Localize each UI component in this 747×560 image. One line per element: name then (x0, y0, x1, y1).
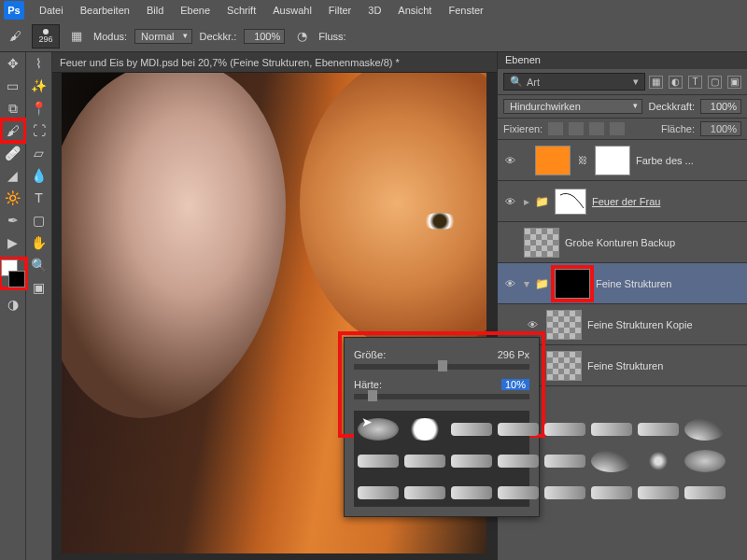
layer-group-row-selected[interactable]: 👁 ▾ 📁 Feine Strukturen (498, 263, 747, 304)
layer-mask-thumb[interactable] (595, 146, 630, 175)
zoom-tool-icon[interactable]: 🔍 (28, 255, 50, 275)
brush-preset[interactable] (684, 486, 726, 499)
color-swatches[interactable] (1, 259, 25, 287)
eraser-tool-icon[interactable]: ▱ (28, 143, 50, 163)
brush-preset[interactable] (451, 423, 492, 436)
brush-preset[interactable] (684, 450, 726, 472)
crop-tool-icon[interactable]: ⧉ (2, 98, 24, 119)
magic-wand-icon[interactable]: ✨ (28, 76, 50, 96)
screen-mode-icon[interactable]: ▣ (28, 277, 50, 298)
layer-filter-search[interactable]: 🔍 Art ▾ (503, 73, 645, 91)
lock-position-icon[interactable] (589, 122, 604, 135)
visibility-toggle-icon[interactable]: 👁 (524, 319, 541, 330)
layer-row[interactable]: Grobe Konturen Backup (498, 222, 747, 263)
visibility-toggle-icon[interactable]: 👁 (501, 196, 518, 207)
brush-preset[interactable] (498, 455, 539, 468)
visibility-toggle-icon[interactable]: 👁 (501, 155, 518, 166)
layer-row[interactable]: 👁 ⛓ Farbe des ... (498, 140, 747, 181)
layer-thumb[interactable] (546, 351, 582, 381)
dodge-tool-icon[interactable]: 🔆 (2, 188, 24, 208)
brush-preset[interactable] (591, 423, 632, 436)
layer-thumb[interactable] (535, 146, 571, 175)
layer-blend-dropdown[interactable]: Hindurchwirken (503, 99, 642, 114)
brush-tool-icon[interactable]: 🖌 (2, 120, 24, 141)
marquee-tool-icon[interactable]: ▭ (2, 76, 24, 96)
filter-type-icon[interactable]: T (688, 76, 702, 89)
brush-preset[interactable] (544, 423, 585, 436)
layer-name[interactable]: Feine Strukturen (587, 360, 743, 371)
blur-tool-icon[interactable]: 💧 (28, 165, 50, 186)
layers-panel-tab[interactable]: Ebenen (498, 52, 747, 69)
visibility-toggle-icon[interactable]: 👁 (501, 278, 518, 289)
layer-name[interactable]: Farbe des ... (636, 155, 743, 166)
menu-item[interactable]: Datei (32, 3, 71, 18)
lock-pixels-icon[interactable] (569, 122, 584, 135)
menu-item[interactable]: Ansicht (390, 3, 439, 18)
pen-tool-icon[interactable]: ✒ (2, 210, 24, 231)
brush-preset[interactable] (591, 486, 632, 499)
menu-item[interactable]: Ebene (173, 3, 218, 18)
layer-thumb[interactable] (524, 228, 559, 258)
brush-preset[interactable] (358, 455, 399, 468)
brush-hardness-input[interactable]: 10% (501, 379, 529, 390)
menu-item[interactable]: Filter (321, 3, 359, 18)
menu-item[interactable]: 3D (360, 3, 388, 18)
brush-panel-toggle-icon[interactable]: ▦ (67, 27, 86, 46)
brush-preset[interactable] (451, 486, 492, 499)
brush-preset[interactable] (638, 486, 679, 499)
filter-adjust-icon[interactable]: ◐ (669, 76, 683, 89)
layer-name[interactable]: Feine Strukturen (596, 278, 743, 289)
folder-collapse-icon[interactable]: ▸ (524, 195, 529, 208)
group-mask-thumb[interactable] (555, 189, 586, 215)
brush-preset-popup[interactable]: Größe: 296 Px Härte: 10% ➤ (344, 337, 540, 517)
brush-preset[interactable] (498, 423, 539, 436)
quickmask-icon[interactable]: ◑ (2, 294, 24, 315)
layer-thumb[interactable] (546, 310, 582, 340)
brush-preset[interactable] (591, 450, 632, 472)
brush-preset[interactable] (451, 455, 492, 468)
brush-preset[interactable] (638, 450, 679, 472)
menu-item[interactable]: Schrift (219, 3, 263, 18)
gradient-tool-icon[interactable]: ◢ (2, 165, 24, 186)
eyedropper-icon[interactable]: 📍 (28, 98, 50, 119)
layer-group-row[interactable]: 👁 ▸ 📁 Feuer der Frau (498, 181, 747, 222)
healing-brush-icon[interactable]: 🩹 (2, 143, 24, 163)
fill-input[interactable]: 100% (700, 121, 741, 136)
layer-name[interactable]: Grobe Konturen Backup (565, 237, 743, 248)
brush-preset[interactable] (544, 486, 585, 499)
filter-shape-icon[interactable]: ▢ (708, 76, 722, 89)
brush-tool-icon[interactable]: 🖌 (6, 27, 24, 46)
shape-tool-icon[interactable]: ▢ (28, 210, 50, 231)
layer-name[interactable]: Feuer der Frau (592, 196, 743, 207)
type-tool-icon[interactable]: T (28, 188, 50, 208)
lock-all-icon[interactable] (610, 122, 625, 135)
opacity-input[interactable]: 100% (244, 29, 285, 44)
filter-pixel-icon[interactable]: ▦ (649, 76, 663, 89)
brush-hardness-slider[interactable] (354, 394, 529, 399)
brush-preset-picker[interactable]: 296 (32, 24, 60, 49)
menu-item[interactable]: Fenster (441, 3, 490, 18)
pressure-opacity-icon[interactable]: ◔ (292, 27, 311, 46)
doc-tab[interactable]: Feuer und Eis by MDI.psd bei 20,7% (Fein… (60, 57, 400, 68)
move-tool-icon[interactable]: ✥ (2, 53, 24, 74)
menu-item[interactable]: Bearbeiten (73, 3, 137, 18)
brush-preset[interactable] (404, 418, 445, 441)
brush-preset[interactable] (358, 486, 399, 499)
brush-preset[interactable] (498, 486, 539, 499)
group-mask-thumb-highlighted[interactable] (555, 269, 590, 299)
brush-preset[interactable] (638, 423, 679, 436)
menu-item[interactable]: Bild (139, 3, 171, 18)
brush-size-slider[interactable] (354, 364, 529, 370)
folder-expand-icon[interactable]: ▾ (524, 277, 529, 290)
layer-opacity-input[interactable]: 100% (700, 99, 741, 114)
brush-preset[interactable] (404, 486, 445, 499)
layer-name[interactable]: Feine Strukturen Kopie (587, 319, 743, 330)
brush-preset[interactable] (404, 455, 445, 468)
path-select-icon[interactable]: ▶ (2, 232, 24, 253)
brush-size-value[interactable]: 296 Px (498, 349, 529, 360)
background-swatch[interactable] (8, 271, 25, 287)
lasso-tool-icon[interactable]: ⌇ (28, 53, 50, 74)
blend-mode-dropdown[interactable]: Normal (134, 29, 191, 44)
hand-tool-icon[interactable]: ✋ (28, 232, 50, 253)
clone-stamp-icon[interactable]: ⛶ (28, 120, 50, 141)
